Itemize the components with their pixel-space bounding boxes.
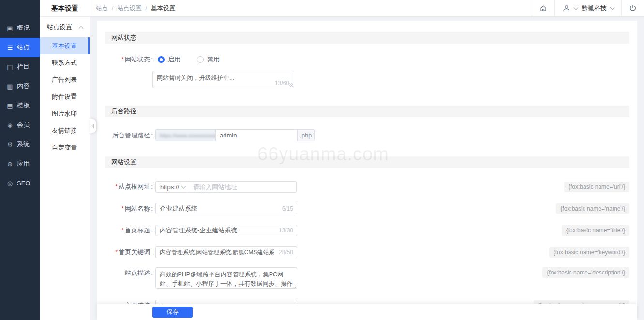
root-url-row: 站点根网址: https:// {fox:basic name='url'/}	[97, 181, 637, 193]
root-url-control: https://	[155, 181, 297, 193]
sidebar-item-member[interactable]: ◈会员	[0, 115, 40, 135]
root-url-label: 站点根网址	[105, 181, 150, 193]
radio-label: 禁用	[207, 55, 220, 64]
radio-unselected-icon	[197, 56, 204, 63]
submenu-title: 基本设置	[40, 0, 90, 17]
template-tag: {fox:basic name='title'/}	[562, 225, 629, 236]
sidebar-item-label: SEO	[17, 180, 30, 187]
power-icon	[629, 4, 637, 12]
sidebar-item-category[interactable]: ▤栏目	[0, 57, 40, 76]
submenu-item-label: 广告列表	[52, 76, 77, 84]
site-desc-row: 站点描述: 高效的PHP多端跨平台内容管理系统，集PC网站、手机站、小程序于一体…	[97, 267, 637, 289]
main-area: 站点 / 站点设置 / 基本设置 黔狐科技	[90, 0, 644, 320]
section-title: 网站设置	[111, 158, 136, 167]
template-tag: {fox:basic name='keyword'/}	[549, 247, 629, 258]
submenu-item-attachments[interactable]: 附件设置	[40, 88, 90, 105]
submenu-item-label: 友情链接	[52, 126, 77, 135]
site-name-input[interactable]	[155, 203, 297, 214]
masked-domain-text: https://www.xxxxxxxxxxxx.xxx/	[160, 133, 216, 138]
protocol-select[interactable]: https://	[155, 181, 189, 193]
submenu-item-label: 图片水印	[52, 109, 77, 118]
php-suffix: .php	[297, 129, 315, 141]
masked-domain: https://www.xxxxxxxxxxxx.xxx/	[155, 129, 216, 141]
user-menu[interactable]: 黔狐科技	[554, 0, 621, 16]
close-message-wrap: 网站暂时关闭，升级维护中... 13/60	[152, 71, 294, 88]
chevron-down-icon	[574, 5, 579, 10]
site-name-control: 6/15	[155, 203, 297, 214]
resize-grip-icon[interactable]	[292, 284, 296, 288]
admin-path-group: https://www.xxxxxxxxxxxx.xxx/ .php	[155, 129, 315, 141]
admin-entry-input[interactable]	[216, 132, 297, 139]
home-keywords-row: 首页关键词: 28/50 {fox:basic name='keyword'/}	[97, 246, 637, 258]
content-icon: ▥	[6, 83, 14, 90]
radio-enable[interactable]: 启用	[158, 55, 180, 64]
close-message-row: 网站暂时关闭，升级维护中... 13/60	[97, 71, 637, 88]
breadcrumb-item[interactable]: 站点	[96, 4, 108, 13]
home-title-label: 首页标题	[105, 225, 150, 236]
site-status-label: 网站状态	[105, 54, 150, 65]
breadcrumb-item[interactable]: 站点设置	[117, 4, 141, 13]
sidebar-item-label: 栏目	[17, 62, 30, 71]
submenu-item-basic-settings[interactable]: 基本设置	[40, 37, 90, 54]
site-status-row: 网站状态: 启用 禁用	[97, 54, 637, 65]
template-tag: {fox:basic name='name'/}	[556, 203, 629, 214]
section-title: 后台路径	[111, 107, 136, 116]
logout-button[interactable]	[621, 0, 644, 16]
root-url-input[interactable]	[189, 181, 297, 193]
home-title-control: 13/30	[155, 225, 297, 236]
submenu-item-watermark[interactable]: 图片水印	[40, 105, 90, 122]
app-window: ▣概况 ☰站点 ▤栏目 ▥内容 ⬒模板 ◈会员 ⚙系统 ⊕应用 ◎SEO 基本设…	[0, 0, 644, 320]
sidebar-item-label: 会员	[17, 121, 30, 129]
admin-path-row: 后台管理路径: https://www.xxxxxxxxxxxx.xxx/ .p…	[97, 129, 637, 141]
sidebar-item-label: 应用	[17, 159, 30, 168]
site-desc-textarea[interactable]: 高效的PHP多端跨平台内容管理系统，集PC网站、手机站、小程序于一体，具有数据同…	[155, 267, 297, 289]
sidebar-item-seo[interactable]: ◎SEO	[0, 173, 40, 193]
site-desc-label: 站点描述	[105, 267, 150, 279]
submenu-item-label: 附件设置	[52, 92, 77, 101]
home-keywords-control: 28/50	[155, 246, 297, 258]
sidebar-item-content[interactable]: ▥内容	[0, 76, 40, 96]
breadcrumb: 站点 / 站点设置 / 基本设置	[90, 4, 175, 13]
section-header-site-settings: 网站设置	[105, 156, 629, 168]
sidebar-item-label: 内容	[17, 82, 30, 91]
radio-selected-icon	[158, 56, 165, 63]
content-area: 网站状态 网站状态: 启用 禁用 网站暂时关闭，升级维护中... 13/60	[90, 17, 644, 320]
seo-icon: ◎	[6, 180, 14, 187]
submenu-item-custom-vars[interactable]: 自定变量	[40, 139, 90, 156]
sidebar-item-label: 系统	[17, 140, 30, 149]
home-keywords-input[interactable]	[155, 246, 297, 258]
admin-path-label: 后台管理路径	[105, 130, 150, 141]
sidebar-item-template[interactable]: ⬒模板	[0, 96, 40, 115]
char-counter: 13/60	[275, 80, 289, 87]
sidebar-item-apps[interactable]: ⊕应用	[0, 154, 40, 173]
site-desc-wrap: 高效的PHP多端跨平台内容管理系统，集PC网站、手机站、小程序于一体，具有数据同…	[155, 267, 297, 289]
home-button[interactable]	[532, 0, 554, 16]
settings-card: 网站状态 网站状态: 启用 禁用 网站暂时关闭，升级维护中... 13/60	[97, 21, 637, 320]
submenu-item-ads[interactable]: 广告列表	[40, 71, 90, 88]
submenu-item-links[interactable]: 友情链接	[40, 122, 90, 139]
sidebar-item-label: 站点	[17, 43, 30, 52]
sidebar-collapse-handle[interactable]: ‹|	[90, 119, 96, 133]
submenu-item-label: 基本设置	[52, 42, 77, 50]
section-header-admin-path: 后台路径	[105, 106, 629, 117]
breadcrumb-current: 基本设置	[151, 4, 175, 13]
apps-icon: ⊕	[6, 160, 14, 168]
member-icon: ◈	[6, 122, 14, 129]
radio-disable[interactable]: 禁用	[197, 55, 220, 64]
radio-label: 启用	[168, 55, 180, 64]
save-button[interactable]: 保存	[152, 307, 193, 318]
submenu-group-site-settings[interactable]: 站点设置	[40, 17, 90, 37]
resize-grip-icon[interactable]	[289, 83, 293, 87]
close-message-textarea[interactable]: 网站暂时关闭，升级维护中...	[152, 71, 294, 88]
submenu-item-label: 联系方式	[52, 59, 77, 67]
sidebar-item-system[interactable]: ⚙系统	[0, 135, 40, 154]
home-title-input[interactable]	[155, 225, 297, 236]
sidebar-item-overview[interactable]: ▣概况	[0, 18, 40, 38]
sidebar-item-site[interactable]: ☰站点	[0, 38, 40, 57]
primary-sidebar: ▣概况 ☰站点 ▤栏目 ▥内容 ⬒模板 ◈会员 ⚙系统 ⊕应用 ◎SEO	[0, 0, 40, 320]
chevron-down-icon	[610, 5, 615, 10]
secondary-sidebar: 基本设置 站点设置 基本设置 联系方式 广告列表 附件设置 图片水印 友情链接 …	[40, 0, 90, 320]
submenu-item-contact[interactable]: 联系方式	[40, 54, 90, 71]
site-status-radios: 启用 禁用	[158, 55, 220, 64]
home-icon	[539, 4, 547, 12]
